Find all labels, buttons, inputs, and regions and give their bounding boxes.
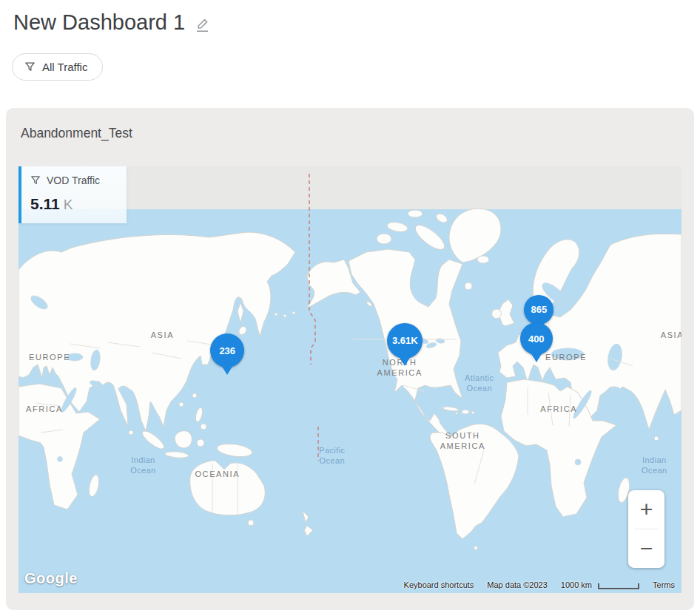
page-title: New Dashboard 1 <box>13 10 185 35</box>
kpi-unit: K <box>64 197 73 213</box>
widget-card: Abandonment_Test <box>6 108 694 610</box>
map-marker[interactable]: 400 <box>520 322 553 355</box>
filter-icon <box>24 61 36 72</box>
traffic-filter-button[interactable]: All Traffic <box>12 53 103 81</box>
map-attribution: Keyboard shortcuts Map data ©2023 1000 k… <box>404 580 675 589</box>
kpi-overlay: VOD Traffic 5.11 K <box>18 166 127 223</box>
kpi-label: VOD Traffic <box>47 174 100 186</box>
map-scale-bar <box>598 583 639 589</box>
map-marker[interactable]: 236 <box>210 333 244 367</box>
map-marker[interactable]: 865 <box>524 295 553 325</box>
map-markers-layer: 2363.61K865400 <box>18 166 682 593</box>
map-marker-value: 400 <box>520 322 553 355</box>
widget-title: Abandonment_Test <box>21 126 682 141</box>
keyboard-shortcuts-link[interactable]: Keyboard shortcuts <box>404 580 474 589</box>
terms-link[interactable]: Terms <box>653 580 675 589</box>
map-marker-value: 3.61K <box>387 323 423 359</box>
map-canvas[interactable]: EUROPEAFRICAASIAOCEANIANORTH AMERICASOUT… <box>18 166 682 593</box>
map-scale: 1000 km <box>561 580 639 589</box>
zoom-in-button[interactable]: + <box>628 490 664 529</box>
map-marker-value: 865 <box>524 295 553 325</box>
zoom-control: + − <box>628 490 664 568</box>
kpi-filter-icon <box>30 175 41 186</box>
map-marker-value: 236 <box>210 333 244 367</box>
map-data-text: Map data ©2023 <box>487 580 548 589</box>
kpi-value: 5.11 <box>30 195 60 213</box>
page-header: New Dashboard 1 All Traffic <box>0 0 700 81</box>
edit-title-icon[interactable] <box>194 16 212 34</box>
google-logo[interactable]: Google <box>24 570 78 587</box>
filter-label: All Traffic <box>42 61 87 73</box>
map-marker[interactable]: 3.61K <box>387 323 423 359</box>
map-scale-label: 1000 km <box>561 580 592 589</box>
zoom-out-button[interactable]: − <box>628 529 664 568</box>
